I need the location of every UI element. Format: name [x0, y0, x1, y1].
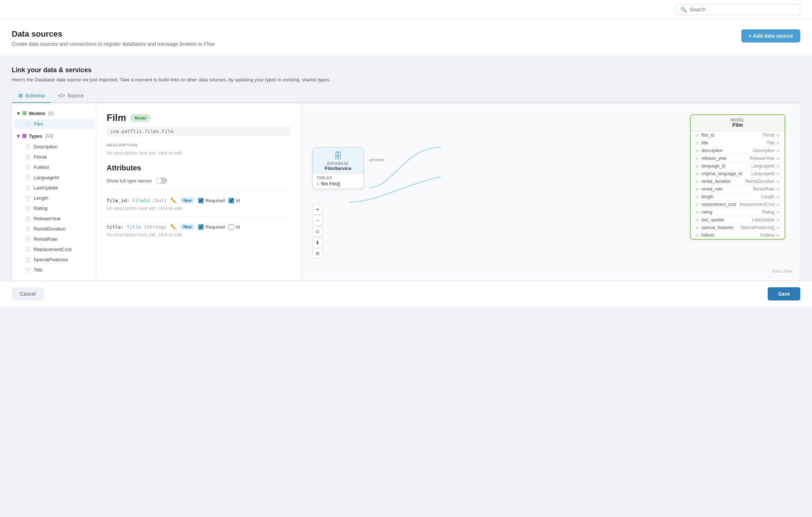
description-text[interactable]: No description here yet, click to edit. [107, 150, 291, 156]
models-group-header[interactable]: ▾ ⊞ Models (1) [12, 108, 96, 119]
edit-icon-film-id[interactable]: ✏️ [170, 197, 177, 203]
model-dot-right [777, 219, 779, 221]
model-dot-right [777, 234, 779, 237]
types-group-count: (13) [45, 133, 53, 139]
sidebar-item-type-label: ReplacementCost [34, 247, 71, 252]
model-field-right: FilmId [763, 133, 775, 138]
model-dot-right [777, 203, 779, 206]
db-table-row: film Film[] [316, 181, 360, 187]
models-group-label: Models [29, 111, 45, 116]
tab-schema[interactable]: ⊞ Schema [12, 89, 51, 103]
db-node: 🗄 DATABASE FilmService TABLES film Film[… [312, 147, 364, 189]
model-dot [696, 219, 698, 221]
zoom-out-button[interactable]: − [312, 215, 323, 226]
model-dot [696, 211, 698, 214]
sidebar-item-type[interactable]: 📄FilmId [14, 152, 94, 162]
file-icon: 📄 [25, 155, 31, 160]
graph-inner: 🗄 DATABASE FilmService TABLES film Film[… [301, 103, 800, 281]
model-dot [696, 157, 698, 160]
sidebar-item-type-label: Description [34, 144, 58, 149]
model-field-row: rental_rate RentalRate [691, 185, 785, 193]
model-field-right: LastUpdate [752, 217, 775, 222]
db-name: FilmService [316, 166, 360, 171]
sidebar-item-type[interactable]: 📄ReleaseYear [14, 214, 94, 224]
attr-type-text: FilmId [132, 198, 149, 203]
file-icon: 📄 [25, 226, 31, 232]
tab-source[interactable]: </> Source [51, 89, 90, 103]
fit-button[interactable]: ⊡ [312, 226, 323, 237]
model-field-row: film_id FilmId [691, 131, 785, 139]
source-tab-icon: </> [58, 93, 65, 99]
edit-icon-title[interactable]: ✏️ [170, 224, 177, 230]
attributes-title: Attributes [107, 164, 291, 172]
sidebar-item-type[interactable]: 📄Title [14, 265, 94, 275]
model-node-header: MODEL Film [691, 115, 785, 131]
save-button[interactable]: Save [768, 287, 800, 300]
id-input-film-id[interactable] [229, 198, 234, 203]
required-input-film-id[interactable] [198, 198, 204, 203]
main-content: ▾ ⊞ Models (1) 📄 Film ▾ ⊞ Types (13) 📄De… [12, 103, 800, 281]
model-badge: Model [130, 114, 150, 122]
chevron-down-icon: ▾ [17, 111, 20, 116]
model-dot [696, 226, 698, 229]
model-field-row: last_update LastUpdate [691, 216, 785, 224]
model-dot [696, 142, 698, 144]
attr-row-title: title: Title (String) ✏️ New Required Id… [107, 216, 291, 243]
zoom-in-button[interactable]: + [312, 204, 323, 215]
toggle-knob [156, 178, 162, 183]
db-tables-label: TABLES [316, 176, 360, 180]
expand-button[interactable]: ⊞ [312, 248, 323, 259]
db-tables-section: TABLES film Film[] [313, 173, 363, 189]
attr-desc-film-id[interactable]: No description here yet, click to edit. [107, 206, 291, 211]
id-label-title: Id [236, 224, 240, 230]
types-group-header[interactable]: ▾ ⊞ Types (13) [12, 130, 96, 141]
sidebar-item-type[interactable]: 📄RentalDuration [14, 224, 94, 234]
id-input-title[interactable] [229, 224, 234, 230]
sidebar-item-type-label: LastUpdate [34, 185, 58, 191]
file-icon: 📄 [25, 237, 31, 242]
sidebar-item-type[interactable]: 📄Length [14, 193, 94, 203]
model-dot [696, 188, 698, 191]
model-field-row: original_language_id LanguageId [691, 170, 785, 177]
new-badge-film-id: New [180, 197, 194, 203]
required-checkbox-film-id[interactable]: Required [198, 198, 225, 203]
sidebar-item-type[interactable]: 📄LanguageId [14, 173, 94, 182]
required-input-title[interactable] [198, 224, 204, 230]
sidebar-item-type[interactable]: 📄Rating [14, 203, 94, 213]
sidebar-item-film[interactable]: 📄 Film [14, 119, 94, 129]
show-names-toggle[interactable] [156, 177, 167, 184]
model-field-left: rental_rate [701, 187, 722, 192]
model-node-label: MODEL [696, 118, 779, 122]
sidebar-item-type[interactable]: 📄RentalRate [14, 234, 94, 244]
attr-film-id-name: film_id: FilmId (Int) [107, 198, 167, 203]
model-dot [696, 180, 698, 183]
download-button[interactable]: ⬇ [312, 237, 323, 248]
sidebar-item-type[interactable]: 📄SpecialFeatures [14, 255, 94, 265]
types-list: 📄Description📄FilmId📄Fulltext📄LanguageId📄… [12, 142, 96, 275]
chevron-down-icon-types: ▾ [17, 133, 20, 139]
sidebar-item-type[interactable]: 📄ReplacementCost [14, 244, 94, 254]
attr-desc-title[interactable]: No description here yet, click to edit. [107, 232, 291, 237]
model-field-left: fulltext [701, 233, 714, 238]
sidebar-item-type[interactable]: 📄Fulltext [14, 162, 94, 172]
model-field-row: release_year ReleaseYear [691, 154, 785, 162]
footer: Cancel Save [0, 281, 812, 306]
model-dot-right [777, 211, 779, 214]
models-group-icon: ⊞ [22, 110, 27, 117]
id-checkbox-title[interactable]: Id [229, 224, 240, 230]
sidebar-item-type[interactable]: 📄Description [14, 142, 94, 152]
add-data-source-button[interactable]: + Add data source [741, 29, 800, 43]
model-field-left: film_id [701, 133, 714, 138]
required-checkbox-title[interactable]: Required [198, 224, 225, 230]
id-checkbox-film-id[interactable]: Id [229, 198, 240, 203]
sidebar-item-type-label: Title [34, 267, 42, 273]
cancel-button[interactable]: Cancel [12, 287, 44, 300]
react-flow-label: React Flow [772, 269, 793, 273]
sidebar-item-type[interactable]: 📄LastUpdate [14, 183, 94, 193]
sidebar-item-type-label: ReleaseYear [34, 216, 61, 221]
model-field-left: description [701, 148, 723, 153]
search-input[interactable] [690, 7, 796, 12]
model-dot-right [777, 188, 779, 191]
search-bar[interactable]: 🔍 [676, 4, 800, 15]
model-field-row: replacement_cost ReplacementCost [691, 200, 785, 208]
